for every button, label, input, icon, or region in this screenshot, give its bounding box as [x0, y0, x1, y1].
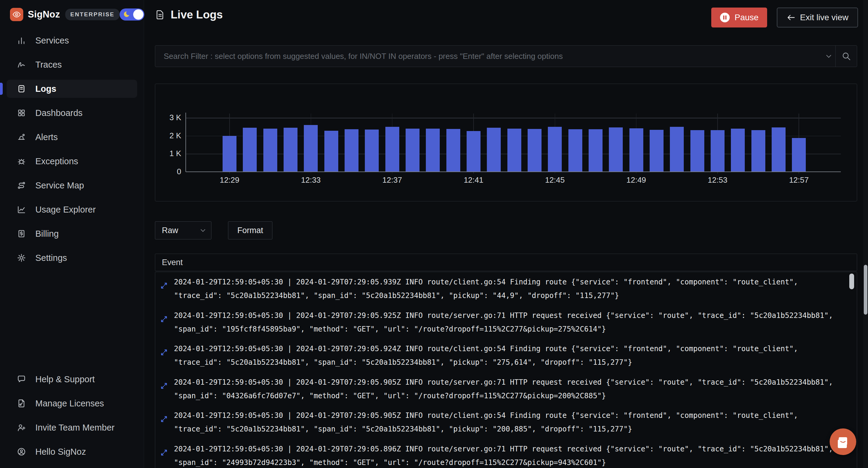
chat-widget-button[interactable] — [830, 429, 856, 455]
sidebar-item-alerts[interactable]: Alerts — [0, 125, 144, 149]
exit-button-label: Exit live view — [800, 13, 848, 22]
search-filter-input[interactable] — [155, 45, 822, 67]
sidebar-footer-item-hello-signoz-label: Hello SigNoz — [35, 447, 86, 457]
pause-icon — [720, 12, 730, 23]
speech-bubble-icon — [17, 374, 26, 384]
log-line: "span_id": "24993b72d94223b3", "method":… — [174, 456, 839, 468]
sidebar-item-settings[interactable]: Settings — [0, 246, 144, 270]
main-content: Live Logs Pause Exit live view — [144, 0, 868, 468]
chart-bar — [243, 128, 257, 172]
logs-histogram-panel: 01 K2 K3 K12:2912:3312:3712:4112:4512:49… — [155, 84, 857, 201]
y-tick-label: 3 K — [155, 113, 181, 122]
chart-bar — [406, 129, 420, 172]
chart-bar — [731, 129, 745, 172]
chart-bar — [670, 127, 684, 172]
log-line: 2024-01-29T12:59:05+05:30 | 2024-01-29T0… — [174, 342, 839, 356]
log-line: 2024-01-29T12:59:05+05:30 | 2024-01-29T0… — [174, 409, 839, 423]
log-row[interactable]: 2024-01-29T12:59:05+05:30 | 2024-01-29T0… — [155, 306, 857, 339]
expand-icon[interactable] — [160, 348, 168, 356]
page-scrollbar-thumb[interactable] — [864, 265, 867, 315]
expand-icon[interactable] — [160, 449, 168, 457]
sidebar-item-service-map[interactable]: Service Map — [0, 173, 144, 197]
chart-bar — [528, 129, 541, 172]
expand-icon[interactable] — [160, 382, 168, 390]
log-line: 2024-01-29T12:59:05+05:30 | 2024-01-29T0… — [174, 275, 839, 289]
chart-bar — [589, 129, 602, 172]
sidebar-footer-item-manage-licenses-label: Manage Licenses — [35, 399, 104, 408]
chart-bar — [772, 127, 785, 172]
format-button[interactable]: Format — [228, 221, 272, 240]
log-row[interactable]: 2024-01-29T12:59:05+05:30 | 2024-01-29T0… — [155, 406, 857, 439]
grid-icon — [17, 108, 26, 118]
arrow-left-icon — [786, 13, 796, 22]
chart-bar — [385, 127, 399, 172]
sidebar-item-dashboards-label: Dashboards — [35, 108, 83, 118]
sidebar-item-services[interactable]: Services — [0, 28, 144, 53]
chart-bar — [284, 128, 298, 172]
log-line: "trace_id": "5c20a1b52234bb81", "span_id… — [174, 289, 839, 303]
x-tick-label: 12:33 — [290, 176, 332, 185]
chevron-down-icon[interactable] — [822, 53, 835, 60]
pause-button[interactable]: Pause — [711, 7, 767, 28]
sidebar-item-alerts-label: Alerts — [35, 132, 58, 142]
sidebar: SigNoz ENTERPRISE ServicesTracesLogsDash… — [0, 0, 144, 468]
sidebar-footer-item-help-support-label: Help & Support — [35, 374, 95, 384]
expand-icon[interactable] — [160, 315, 168, 323]
x-tick-label: 12:41 — [453, 176, 495, 185]
sidebar-item-usage-explorer[interactable]: Usage Explorer — [0, 197, 144, 222]
sidebar-footer-item-help-support[interactable]: Help & Support — [0, 367, 144, 391]
theme-toggle[interactable] — [120, 8, 144, 21]
bell-icon — [17, 132, 26, 142]
sidebar-item-logs[interactable]: Logs — [0, 77, 144, 101]
sidebar-item-billing-label: Billing — [35, 229, 59, 239]
log-row[interactable]: 2024-01-29T12:59:05+05:30 | 2024-01-29T0… — [155, 372, 857, 406]
toggle-knob — [133, 9, 144, 20]
receipt-icon — [17, 229, 26, 239]
scroll-icon — [17, 84, 26, 94]
log-line: "span_id": "04326a6fc76d07e7", "method":… — [174, 389, 839, 403]
route-icon — [17, 181, 26, 190]
pause-button-label: Pause — [735, 13, 758, 22]
x-tick-label: 12:49 — [615, 176, 657, 185]
sidebar-footer-item-manage-licenses[interactable]: Manage Licenses — [0, 391, 144, 415]
log-line: "span_id": "195fcf8f45895ba9", "method":… — [174, 322, 839, 336]
log-row[interactable]: 2024-01-29T12:59:05+05:30 | 2024-01-29T0… — [155, 272, 857, 306]
page-title-text: Live Logs — [170, 8, 223, 21]
search-icon[interactable] — [836, 45, 857, 67]
sidebar-footer-item-hello-signoz[interactable]: Hello SigNoz — [0, 440, 144, 464]
license-key-icon — [17, 399, 26, 408]
chart-bar — [507, 129, 521, 172]
sidebar-item-exceptions[interactable]: Exceptions — [0, 149, 144, 173]
moon-icon — [122, 10, 130, 19]
gridline-horizontal — [186, 118, 841, 118]
expand-icon[interactable] — [160, 282, 168, 289]
bug-icon — [17, 156, 26, 166]
search-filter-bar — [155, 45, 857, 67]
sidebar-item-traces[interactable]: Traces — [0, 53, 144, 77]
chart-bar — [304, 125, 318, 172]
sidebar-item-billing[interactable]: Billing — [0, 222, 144, 246]
chart-bar — [446, 129, 460, 172]
y-tick-label: 2 K — [155, 131, 181, 141]
chat-bubble-icon — [836, 435, 850, 449]
log-row[interactable]: 2024-01-29T12:59:05+05:30 | 2024-01-29T0… — [155, 439, 857, 468]
chart-bar — [467, 131, 480, 172]
view-mode-select[interactable]: Raw — [155, 221, 211, 240]
expand-icon[interactable] — [160, 415, 168, 423]
x-tick-label: 12:45 — [534, 176, 576, 185]
sidebar-item-logs-label: Logs — [35, 84, 56, 94]
exit-live-view-button[interactable]: Exit live view — [777, 7, 858, 28]
format-button-label: Format — [238, 226, 264, 235]
page-scrollbar[interactable] — [863, 0, 868, 468]
document-icon — [155, 10, 165, 20]
log-line: 2024-01-29T12:59:05+05:30 | 2024-01-29T0… — [174, 442, 839, 456]
chart-bar — [609, 127, 623, 172]
chart-bar — [568, 129, 582, 172]
bar-chart: 01 K2 K3 K12:2912:3312:3712:4112:4512:49… — [155, 84, 857, 201]
sidebar-item-usage-explorer-label: Usage Explorer — [35, 205, 96, 215]
sidebar-item-dashboards[interactable]: Dashboards — [0, 101, 144, 125]
log-line: "trace_id": "5c20a1b52234bb81", "span_id… — [174, 356, 839, 369]
sidebar-footer-item-invite-team-member[interactable]: Invite Team Member — [0, 415, 144, 440]
log-row[interactable]: 2024-01-29T12:59:05+05:30 | 2024-01-29T0… — [155, 339, 857, 372]
chart-bar — [324, 131, 338, 172]
